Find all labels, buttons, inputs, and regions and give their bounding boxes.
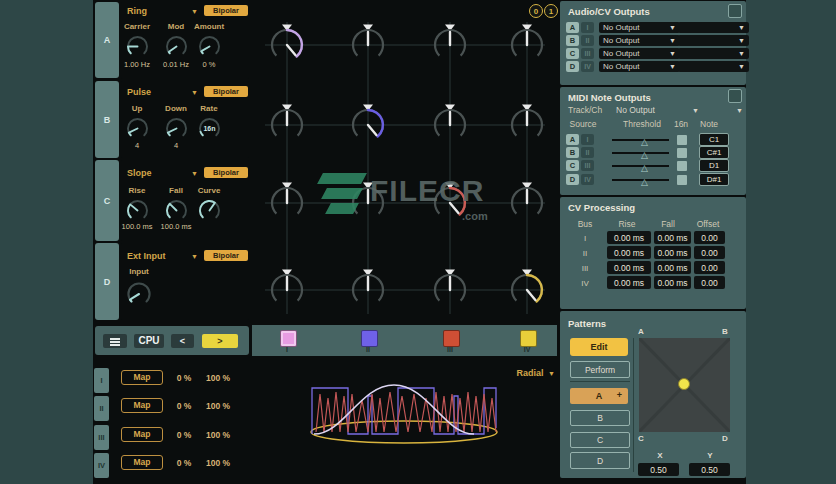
pattern-slot-c-button[interactable]: C xyxy=(570,432,630,448)
audio-cv-source-c[interactable]: C xyxy=(566,48,579,59)
midi-note-c[interactable]: D1 xyxy=(699,159,729,172)
knob-value[interactable]: 100.0 ms xyxy=(115,222,159,231)
pad-x-value[interactable]: 0.50 xyxy=(638,463,679,476)
chevron-down-icon[interactable]: ▼ xyxy=(191,89,198,96)
matrix-knob-d4[interactable] xyxy=(505,268,549,312)
knob-value[interactable]: 100.0 ms xyxy=(154,222,198,231)
audio-cv-bus-i[interactable]: I xyxy=(581,22,594,33)
audio-cv-channel-select-c[interactable]: ▼ xyxy=(678,48,749,59)
cv-fall-iii[interactable]: 0.00 ms xyxy=(654,261,691,274)
midi-rate-checkbox-c[interactable] xyxy=(677,161,687,171)
cv-rise-iii[interactable]: 0.00 ms xyxy=(607,261,651,274)
threshold-handle-icon[interactable]: △ xyxy=(641,151,648,160)
map-bus-tab-ii[interactable]: II xyxy=(94,396,109,421)
matrix-knob-c1[interactable] xyxy=(265,181,309,225)
matrix-knob-b3[interactable] xyxy=(428,103,472,147)
amount-knob[interactable] xyxy=(196,33,223,60)
map-min-iii[interactable]: 0 % xyxy=(170,430,198,440)
matrix-knob-a2[interactable] xyxy=(346,23,390,67)
midi-enable-checkbox[interactable] xyxy=(728,89,742,103)
cv-fall-i[interactable]: 0.00 ms xyxy=(654,231,691,244)
osc-c-bipolar-toggle[interactable]: Bipolar xyxy=(204,167,248,178)
midi-source-a[interactable]: A xyxy=(566,134,579,145)
midi-note-a[interactable]: C1 xyxy=(699,133,729,146)
pattern-slot-b-button[interactable]: B xyxy=(570,410,630,426)
audio-cv-source-b[interactable]: B xyxy=(566,35,579,46)
midi-rate-checkbox-d[interactable] xyxy=(677,175,687,185)
patterns-edit-button[interactable]: Edit xyxy=(570,338,628,356)
matrix-knob-d3[interactable] xyxy=(428,268,472,312)
map-min-iv[interactable]: 0 % xyxy=(170,458,198,468)
matrix-knob-c3[interactable] xyxy=(428,181,472,225)
midi-bus-iii[interactable]: III xyxy=(581,160,594,171)
matrix-knob-a1[interactable] xyxy=(265,23,309,67)
cpu-button[interactable]: CPU xyxy=(134,334,164,348)
midi-bus-ii[interactable]: II xyxy=(581,147,594,158)
osc-b-type-select[interactable]: Pulse xyxy=(127,87,151,97)
midi-rate-checkbox-a[interactable] xyxy=(677,135,687,145)
matrix-knob-b4[interactable] xyxy=(505,103,549,147)
matrix-knob-a4[interactable] xyxy=(505,23,549,67)
osc-c-type-select[interactable]: Slope xyxy=(127,168,152,178)
audio-cv-enable-checkbox[interactable] xyxy=(728,4,742,18)
bus-swatch-iii[interactable] xyxy=(443,330,460,347)
audio-cv-source-a[interactable]: A xyxy=(566,22,579,33)
map-bus-tab-iii[interactable]: III xyxy=(94,425,109,450)
midi-source-c[interactable]: C xyxy=(566,160,579,171)
map-min-ii[interactable]: 0 % xyxy=(170,401,198,411)
map-min-i[interactable]: 0 % xyxy=(170,373,198,383)
map-button-ii[interactable]: Map xyxy=(121,398,163,413)
curve-knob[interactable] xyxy=(196,197,223,224)
cv-rise-iv[interactable]: 0.00 ms xyxy=(607,276,651,289)
tab-oscillator-d[interactable]: D xyxy=(95,243,119,320)
cv-offset-iv[interactable]: 0.00 xyxy=(694,276,725,289)
cv-offset-ii[interactable]: 0.00 xyxy=(694,246,725,259)
output-count-badge-1[interactable]: 1 xyxy=(544,4,558,18)
pattern-slot-a-button[interactable]: A + xyxy=(570,388,628,404)
matrix-knob-c4[interactable] xyxy=(505,181,549,225)
patterns-perform-button[interactable]: Perform xyxy=(570,361,630,378)
matrix-knob-d2[interactable] xyxy=(346,268,390,312)
cv-fall-iv[interactable]: 0.00 ms xyxy=(654,276,691,289)
threshold-handle-icon[interactable]: △ xyxy=(641,138,648,147)
rate-knob[interactable]: 16n xyxy=(196,115,223,142)
knob-value[interactable]: 4 xyxy=(148,141,204,150)
osc-a-bipolar-toggle[interactable]: Bipolar xyxy=(204,5,248,16)
rise-knob[interactable] xyxy=(124,197,151,224)
audio-cv-output-select-d[interactable]: No Output▼ xyxy=(599,61,680,72)
cv-offset-i[interactable]: 0.00 xyxy=(694,231,725,244)
chevron-down-icon[interactable]: ▼ xyxy=(692,107,699,114)
midi-bus-iv[interactable]: IV xyxy=(581,174,594,185)
map-max-iv[interactable]: 100 % xyxy=(200,458,236,468)
mod-knob[interactable] xyxy=(163,33,190,60)
threshold-handle-icon[interactable]: △ xyxy=(641,178,648,187)
bus-swatch-ii[interactable] xyxy=(361,330,378,347)
pad-y-value[interactable]: 0.50 xyxy=(689,463,730,476)
osc-d-bipolar-toggle[interactable]: Bipolar xyxy=(204,250,248,261)
audio-cv-output-select-b[interactable]: No Output▼ xyxy=(599,35,680,46)
midi-source-b[interactable]: B xyxy=(566,147,579,158)
midi-rate-checkbox-b[interactable] xyxy=(677,148,687,158)
audio-cv-output-select-c[interactable]: No Output▼ xyxy=(599,48,680,59)
bus-swatch-iv[interactable] xyxy=(520,330,537,347)
audio-cv-channel-select-b[interactable]: ▼ xyxy=(678,35,749,46)
matrix-knob-c2[interactable] xyxy=(346,181,390,225)
fall-knob[interactable] xyxy=(163,197,190,224)
input-knob[interactable] xyxy=(124,279,154,309)
add-pattern-icon[interactable]: + xyxy=(617,390,622,400)
map-bus-tab-i[interactable]: I xyxy=(94,368,109,393)
bus-swatch-i[interactable] xyxy=(280,330,297,347)
pattern-slot-d-button[interactable]: D xyxy=(570,452,630,469)
cv-fall-ii[interactable]: 0.00 ms xyxy=(654,246,691,259)
map-button-iii[interactable]: Map xyxy=(121,427,163,442)
map-max-i[interactable]: 100 % xyxy=(200,373,236,383)
osc-b-bipolar-toggle[interactable]: Bipolar xyxy=(204,86,248,97)
map-button-iv[interactable]: Map xyxy=(121,455,163,470)
midi-note-d[interactable]: D#1 xyxy=(699,173,729,186)
next-button[interactable]: > xyxy=(202,334,238,348)
audio-cv-output-select-a[interactable]: No Output▼ xyxy=(599,22,680,33)
audio-cv-channel-select-d[interactable]: ▼ xyxy=(678,61,749,72)
midi-source-d[interactable]: D xyxy=(566,174,579,185)
audio-cv-source-d[interactable]: D xyxy=(566,61,579,72)
map-max-iii[interactable]: 100 % xyxy=(200,430,236,440)
